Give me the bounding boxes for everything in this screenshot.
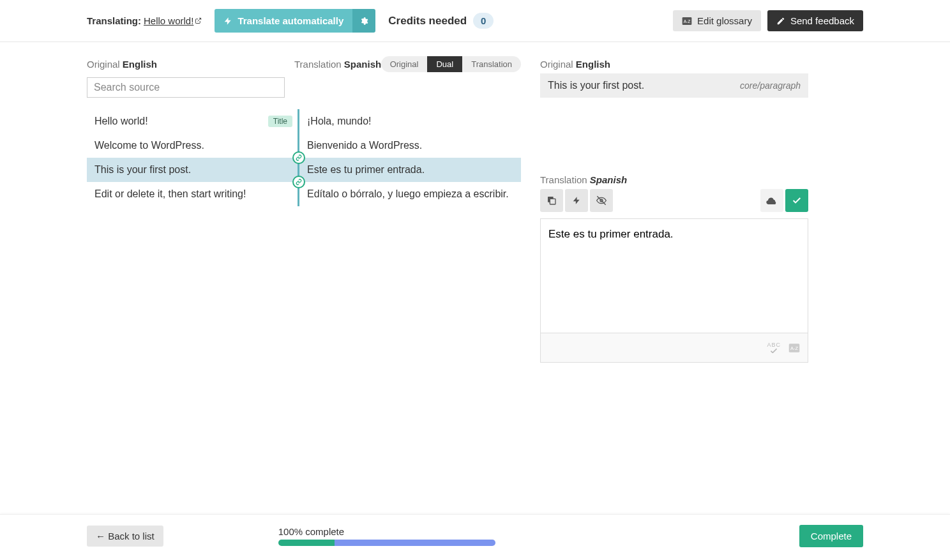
pencil-icon	[776, 17, 785, 26]
cloud-button[interactable]	[760, 189, 783, 212]
main-content: Original English Translation Spanish Ori…	[0, 42, 950, 414]
hide-button[interactable]	[590, 189, 613, 212]
dual-panel: Original English Translation Spanish Ori…	[87, 59, 521, 363]
translate-automatically-button[interactable]: Translate automatically	[215, 9, 352, 33]
copy-icon	[547, 195, 557, 206]
credits-needed: Credits needed 0	[388, 13, 494, 29]
svg-text:A-Z: A-Z	[790, 345, 799, 351]
svg-line-0	[198, 18, 201, 21]
translation-lang: Spanish	[344, 59, 381, 70]
link-icon	[292, 176, 305, 188]
translation-footer-bar: ABC A-Z	[540, 333, 808, 363]
gear-icon	[359, 17, 368, 26]
check-icon	[792, 195, 802, 206]
target-text: Bienvenido a WordPress.	[307, 140, 422, 151]
title-badge: Title	[268, 116, 292, 127]
segment-row[interactable]: Hello world! Title ¡Hola, mundo!	[87, 109, 521, 133]
copy-source-button[interactable]	[540, 189, 563, 212]
source-text: Welcome to WordPress.	[94, 140, 204, 151]
translation-textarea[interactable]	[540, 218, 808, 333]
segment-row[interactable]: Edit or delete it, then start writing! E…	[87, 182, 521, 206]
auto-translate-label: Translate automatically	[238, 15, 343, 26]
complete-button[interactable]: Complete	[799, 525, 863, 547]
translating-label: Translating:	[87, 15, 141, 26]
progress-fill-auto	[335, 540, 495, 546]
translation-label: Translation	[294, 59, 342, 70]
target-text: Edítalo o bórralo, y luego empieza a esc…	[307, 188, 509, 199]
detail-original-label: Original	[540, 59, 573, 70]
translation-header: Translation Spanish	[294, 59, 381, 70]
view-tab-original[interactable]: Original	[381, 56, 428, 72]
detail-translation-label: Translation	[540, 174, 587, 185]
detail-original-lang: English	[576, 59, 610, 70]
glossary-lookup-icon[interactable]: A-Z	[788, 343, 800, 353]
progress-label: 100% complete	[278, 526, 495, 537]
spellcheck-icon[interactable]: ABC	[767, 342, 781, 353]
source-text: This is your first post.	[94, 164, 191, 175]
column-headers: Original English Translation Spanish Ori…	[87, 59, 521, 70]
back-to-list-button[interactable]: ← Back to list	[87, 526, 163, 547]
bolt-icon	[572, 196, 581, 205]
detail-translation-header: Translation Spanish	[540, 174, 808, 185]
link-icon	[292, 151, 305, 164]
bolt-icon	[223, 17, 232, 26]
original-header: Original English	[87, 59, 294, 70]
translate-settings-button[interactable]	[352, 9, 375, 33]
view-tabs: Original Dual Translation	[381, 56, 521, 72]
translating-info: Translating: Hello world!	[87, 15, 202, 26]
segment-rows: Hello world! Title ¡Hola, mundo! Welcome…	[87, 109, 521, 206]
eye-slash-icon	[596, 195, 607, 206]
external-link-icon	[195, 17, 202, 24]
topbar-right-actions: A-Z Edit glossary Send feedback	[673, 10, 863, 31]
edit-glossary-button[interactable]: A-Z Edit glossary	[673, 10, 761, 31]
search-input[interactable]	[87, 77, 285, 98]
send-feedback-label: Send feedback	[790, 15, 854, 26]
original-label: Original	[87, 59, 120, 70]
view-tab-translation[interactable]: Translation	[462, 56, 521, 72]
cloud-icon	[766, 196, 778, 205]
credits-label: Credits needed	[388, 15, 467, 27]
confirm-button[interactable]	[785, 189, 808, 212]
svg-text:A-Z: A-Z	[684, 19, 691, 23]
auto-translate-group: Translate automatically	[215, 9, 375, 33]
translation-tools	[540, 189, 808, 212]
view-tab-dual[interactable]: Dual	[427, 56, 462, 72]
send-feedback-button[interactable]: Send feedback	[767, 10, 863, 31]
target-text: Este es tu primer entrada.	[307, 164, 425, 175]
detail-original-header: Original English	[540, 59, 808, 70]
progress-area: 100% complete	[278, 526, 495, 546]
detail-panel: Original English This is your first post…	[540, 59, 808, 363]
progress-bar	[278, 540, 495, 546]
source-text: Edit or delete it, then start writing!	[94, 188, 246, 199]
detail-translation-lang: Spanish	[590, 174, 627, 185]
auto-translate-segment-button[interactable]	[565, 189, 588, 212]
detail-original-meta: core/paragraph	[740, 80, 801, 91]
detail-original-text: This is your first post.	[548, 80, 644, 91]
edit-glossary-label: Edit glossary	[697, 15, 752, 26]
target-text: ¡Hola, mundo!	[307, 116, 372, 126]
source-text: Hello world!	[94, 116, 148, 126]
glossary-icon: A-Z	[682, 17, 692, 26]
original-text-box: This is your first post. core/paragraph	[540, 73, 808, 98]
translating-target-link[interactable]: Hello world!	[144, 15, 202, 26]
translating-target-text: Hello world!	[144, 15, 193, 26]
footer-bar: ← Back to list 100% complete Complete	[0, 514, 950, 560]
original-lang: English	[123, 59, 157, 70]
progress-fill-done	[278, 540, 335, 546]
credits-count: 0	[473, 13, 494, 29]
topbar: Translating: Hello world! Translate auto…	[0, 0, 950, 42]
svg-rect-4	[550, 199, 555, 204]
